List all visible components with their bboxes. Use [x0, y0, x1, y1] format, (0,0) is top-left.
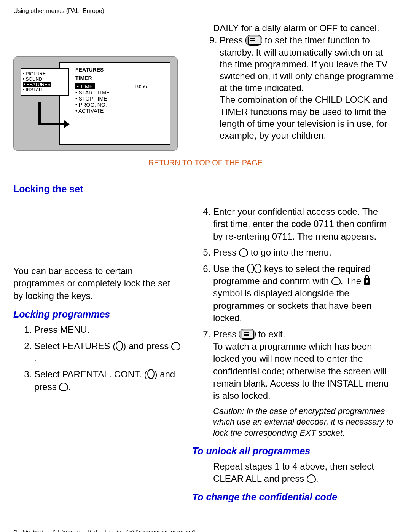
step-1: Press MENU. — [34, 324, 181, 336]
page-header: Using other menus (PAL_Europe) — [13, 8, 398, 14]
step-list-cont: Press to set the timer function to stand… — [192, 34, 394, 141]
step-3: Select PARENTAL. CONT. () and press . — [34, 368, 181, 393]
two-columns: You can bar access to certain programmes… — [13, 204, 398, 506]
right-circle-icon — [171, 342, 180, 350]
right-circle-icon — [239, 248, 248, 257]
step-5: Press to go into the menu. — [213, 246, 394, 259]
return-to-top-link[interactable]: RETURN TO TOP OF THE PAGE — [13, 158, 398, 167]
intro-text: You can bar access to certain programmes… — [13, 265, 181, 302]
osd-right-selected: • TIME — [75, 83, 95, 89]
page: Using other menus (PAL_Europe) • PICTURE… — [0, 0, 411, 532]
osd-right-title: FEATURES — [75, 67, 164, 73]
section-heading: Locking the set — [13, 184, 398, 195]
osd-screenshot: • PICTURE • SOUND • FEATURES • INSTALL F… — [13, 56, 178, 151]
osd-right-item: PROG. NO. — [79, 102, 107, 108]
updown-icon — [116, 341, 123, 351]
osd-right-item: STOP TIME — [79, 96, 107, 102]
step-9: Press to set the timer function to stand… — [220, 34, 394, 141]
step-4: Enter your confidential access code. The… — [213, 206, 394, 243]
caution-note: Caution: in the case of encrypted progra… — [192, 406, 394, 439]
footer-text: file:///D|/TV/english/180mt/osd/other.ht… — [13, 529, 398, 532]
right-circle-icon — [331, 277, 341, 285]
osd-left-selected: • FEATURES — [23, 82, 51, 87]
unlock-text: Repeat stages 1 to 4 above, then select … — [192, 460, 394, 485]
osd-left-item: SOUND — [26, 77, 42, 82]
right-circle-icon — [307, 474, 316, 483]
updown-icon — [147, 369, 155, 379]
subheading-change-code: To change the confidential code — [192, 492, 394, 503]
osd-right-panel: FEATURES TIMER • TIME 10:56 • START TIME… — [59, 62, 170, 145]
menu-button-icon — [245, 35, 262, 46]
osd-right-subtitle: TIMER — [75, 75, 164, 81]
right-column: Enter your confidential access code. The… — [192, 204, 398, 506]
subheading-unlock: To unlock all programmes — [192, 446, 394, 457]
osd-arrow-icon — [38, 102, 69, 125]
subheading-locking: Locking programmes — [13, 309, 181, 320]
osd-right-item: START TIME — [79, 89, 110, 96]
top-right-col: DAILY for a daily alarm or OFF to cancel… — [192, 22, 398, 151]
osd-left-panel: • PICTURE • SOUND • FEATURES • INSTALL — [21, 68, 69, 96]
osd-left-item: PICTURE — [26, 71, 46, 77]
step-2: Select FEATURES () and press . — [34, 340, 181, 365]
updown-icon — [247, 264, 254, 273]
top-left-col: • PICTURE • SOUND • FEATURES • INSTALL F… — [13, 22, 181, 151]
right-steps: Enter your confidential access code. The… — [192, 206, 394, 402]
osd-right-value: 10:56 — [134, 83, 147, 89]
menu-button-icon — [239, 329, 256, 340]
lock-icon — [364, 278, 370, 285]
left-column: You can bar access to certain programmes… — [13, 204, 181, 506]
osd-right-item: ACTIVATE — [78, 108, 104, 114]
right-circle-icon — [59, 383, 68, 391]
updown-icon — [254, 264, 261, 273]
left-steps: Press MENU. Select FEATURES () and press… — [13, 324, 181, 393]
step-7: Press to exit. To watch a programme whic… — [213, 328, 394, 402]
step-6: Use the keys to select the required prog… — [213, 263, 394, 324]
top-row: • PICTURE • SOUND • FEATURES • INSTALL F… — [13, 22, 398, 151]
osd-left-item: INSTALL — [26, 87, 44, 93]
divider — [13, 173, 398, 173]
top-carryover-text: DAILY for a daily alarm or OFF to cancel… — [192, 22, 394, 34]
